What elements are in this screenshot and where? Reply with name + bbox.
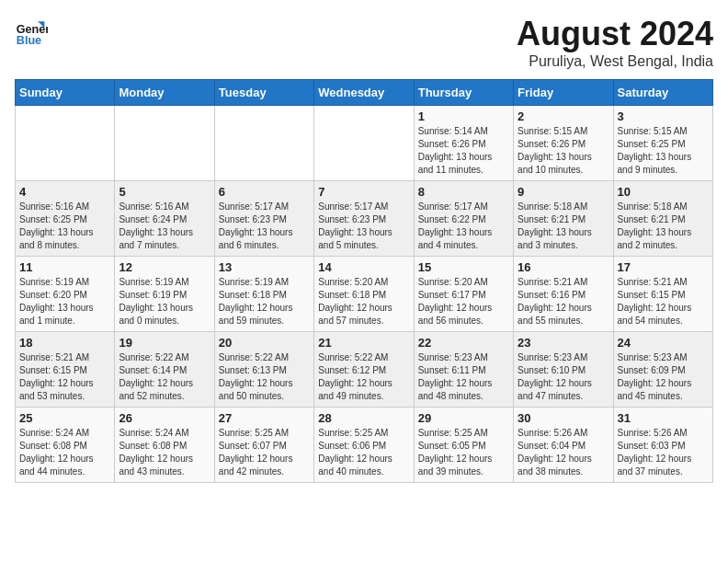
day-info: Sunrise: 5:18 AM Sunset: 6:21 PM Dayligh… [618, 201, 709, 252]
calendar-header-row: SundayMondayTuesdayWednesdayThursdayFrid… [16, 80, 713, 106]
day-number: 3 [618, 109, 709, 123]
calendar-cell: 29Sunrise: 5:25 AM Sunset: 6:05 PM Dayli… [414, 408, 513, 483]
day-info: Sunrise: 5:26 AM Sunset: 6:03 PM Dayligh… [618, 427, 709, 478]
day-info: Sunrise: 5:16 AM Sunset: 6:24 PM Dayligh… [119, 201, 210, 252]
day-info: Sunrise: 5:21 AM Sunset: 6:16 PM Dayligh… [518, 276, 609, 327]
day-number: 25 [19, 411, 110, 425]
day-number: 22 [418, 336, 509, 350]
day-number: 31 [618, 411, 709, 425]
day-number: 20 [219, 336, 310, 350]
day-number: 4 [19, 185, 110, 199]
calendar-cell [214, 106, 313, 181]
calendar-cell: 26Sunrise: 5:24 AM Sunset: 6:08 PM Dayli… [115, 408, 214, 483]
day-number: 16 [518, 260, 609, 274]
calendar-cell: 27Sunrise: 5:25 AM Sunset: 6:07 PM Dayli… [214, 408, 313, 483]
day-info: Sunrise: 5:21 AM Sunset: 6:15 PM Dayligh… [19, 351, 110, 403]
day-info: Sunrise: 5:18 AM Sunset: 6:21 PM Dayligh… [518, 201, 609, 252]
weekday-header-tuesday: Tuesday [214, 80, 313, 106]
calendar-cell: 3Sunrise: 5:15 AM Sunset: 6:25 PM Daylig… [613, 106, 712, 181]
day-number: 6 [219, 185, 310, 199]
calendar-week-row: 11Sunrise: 5:19 AM Sunset: 6:20 PM Dayli… [16, 257, 713, 332]
page-header: General Blue August 2024 Puruliya, West … [15, 15, 713, 70]
calendar-table: SundayMondayTuesdayWednesdayThursdayFrid… [15, 79, 713, 483]
day-number: 29 [418, 411, 509, 425]
calendar-cell: 11Sunrise: 5:19 AM Sunset: 6:20 PM Dayli… [16, 257, 115, 332]
day-number: 15 [418, 260, 509, 274]
day-number: 17 [618, 260, 709, 274]
logo: General Blue [15, 15, 48, 48]
day-number: 23 [518, 336, 609, 350]
day-info: Sunrise: 5:25 AM Sunset: 6:06 PM Dayligh… [318, 427, 409, 478]
calendar-cell: 6Sunrise: 5:17 AM Sunset: 6:23 PM Daylig… [214, 181, 313, 257]
day-info: Sunrise: 5:17 AM Sunset: 6:23 PM Dayligh… [219, 201, 310, 252]
weekday-header-friday: Friday [514, 80, 613, 106]
calendar-cell: 23Sunrise: 5:23 AM Sunset: 6:10 PM Dayli… [514, 332, 613, 408]
calendar-cell: 18Sunrise: 5:21 AM Sunset: 6:15 PM Dayli… [16, 332, 115, 408]
day-number: 27 [219, 411, 310, 425]
day-info: Sunrise: 5:25 AM Sunset: 6:07 PM Dayligh… [219, 427, 310, 478]
day-number: 24 [618, 336, 709, 350]
day-number: 13 [219, 260, 310, 274]
calendar-cell: 22Sunrise: 5:23 AM Sunset: 6:11 PM Dayli… [414, 332, 513, 408]
calendar-cell: 14Sunrise: 5:20 AM Sunset: 6:18 PM Dayli… [314, 257, 414, 332]
calendar-cell: 13Sunrise: 5:19 AM Sunset: 6:18 PM Dayli… [214, 257, 313, 332]
calendar-week-row: 18Sunrise: 5:21 AM Sunset: 6:15 PM Dayli… [16, 332, 713, 408]
calendar-cell: 15Sunrise: 5:20 AM Sunset: 6:17 PM Dayli… [414, 257, 513, 332]
day-info: Sunrise: 5:19 AM Sunset: 6:18 PM Dayligh… [219, 276, 310, 327]
day-number: 21 [318, 336, 409, 350]
day-info: Sunrise: 5:20 AM Sunset: 6:18 PM Dayligh… [318, 276, 409, 327]
day-info: Sunrise: 5:17 AM Sunset: 6:23 PM Dayligh… [318, 201, 409, 252]
day-number: 12 [119, 260, 210, 274]
calendar-cell: 31Sunrise: 5:26 AM Sunset: 6:03 PM Dayli… [613, 408, 712, 483]
calendar-cell: 28Sunrise: 5:25 AM Sunset: 6:06 PM Dayli… [314, 408, 414, 483]
day-info: Sunrise: 5:15 AM Sunset: 6:26 PM Dayligh… [518, 125, 609, 177]
calendar-week-row: 1Sunrise: 5:14 AM Sunset: 6:26 PM Daylig… [16, 106, 713, 181]
calendar-week-row: 25Sunrise: 5:24 AM Sunset: 6:08 PM Dayli… [16, 408, 713, 483]
calendar-cell: 2Sunrise: 5:15 AM Sunset: 6:26 PM Daylig… [514, 106, 613, 181]
calendar-cell: 25Sunrise: 5:24 AM Sunset: 6:08 PM Dayli… [16, 408, 115, 483]
calendar-cell: 30Sunrise: 5:26 AM Sunset: 6:04 PM Dayli… [514, 408, 613, 483]
title-block: August 2024 Puruliya, West Bengal, India [517, 15, 713, 70]
day-number: 8 [418, 185, 509, 199]
calendar-cell: 10Sunrise: 5:18 AM Sunset: 6:21 PM Dayli… [613, 181, 712, 257]
day-info: Sunrise: 5:21 AM Sunset: 6:15 PM Dayligh… [618, 276, 709, 327]
day-info: Sunrise: 5:23 AM Sunset: 6:09 PM Dayligh… [618, 351, 709, 403]
calendar-cell: 7Sunrise: 5:17 AM Sunset: 6:23 PM Daylig… [314, 181, 414, 257]
day-info: Sunrise: 5:24 AM Sunset: 6:08 PM Dayligh… [119, 427, 210, 478]
day-info: Sunrise: 5:14 AM Sunset: 6:26 PM Dayligh… [418, 125, 509, 177]
calendar-cell: 5Sunrise: 5:16 AM Sunset: 6:24 PM Daylig… [115, 181, 214, 257]
month-year: August 2024 [517, 15, 713, 53]
day-number: 10 [618, 185, 709, 199]
day-number: 5 [119, 185, 210, 199]
calendar-cell: 21Sunrise: 5:22 AM Sunset: 6:12 PM Dayli… [314, 332, 414, 408]
day-info: Sunrise: 5:25 AM Sunset: 6:05 PM Dayligh… [418, 427, 509, 478]
day-info: Sunrise: 5:17 AM Sunset: 6:22 PM Dayligh… [418, 201, 509, 252]
weekday-header-wednesday: Wednesday [314, 80, 414, 106]
calendar-cell: 19Sunrise: 5:22 AM Sunset: 6:14 PM Dayli… [115, 332, 214, 408]
day-info: Sunrise: 5:22 AM Sunset: 6:13 PM Dayligh… [219, 351, 310, 403]
calendar-cell [115, 106, 214, 181]
weekday-header-saturday: Saturday [613, 80, 712, 106]
day-info: Sunrise: 5:15 AM Sunset: 6:25 PM Dayligh… [618, 125, 709, 177]
day-info: Sunrise: 5:22 AM Sunset: 6:12 PM Dayligh… [318, 351, 409, 403]
calendar-cell: 4Sunrise: 5:16 AM Sunset: 6:25 PM Daylig… [16, 181, 115, 257]
calendar-cell: 8Sunrise: 5:17 AM Sunset: 6:22 PM Daylig… [414, 181, 513, 257]
calendar-cell: 20Sunrise: 5:22 AM Sunset: 6:13 PM Dayli… [214, 332, 313, 408]
weekday-header-thursday: Thursday [414, 80, 513, 106]
calendar-body: 1Sunrise: 5:14 AM Sunset: 6:26 PM Daylig… [16, 106, 713, 483]
day-info: Sunrise: 5:19 AM Sunset: 6:20 PM Dayligh… [19, 276, 110, 327]
day-info: Sunrise: 5:19 AM Sunset: 6:19 PM Dayligh… [119, 276, 210, 327]
calendar-cell: 24Sunrise: 5:23 AM Sunset: 6:09 PM Dayli… [613, 332, 712, 408]
day-number: 1 [418, 109, 509, 123]
day-number: 30 [518, 411, 609, 425]
calendar-cell: 1Sunrise: 5:14 AM Sunset: 6:26 PM Daylig… [414, 106, 513, 181]
calendar-cell: 9Sunrise: 5:18 AM Sunset: 6:21 PM Daylig… [514, 181, 613, 257]
weekday-header-sunday: Sunday [16, 80, 115, 106]
day-number: 26 [119, 411, 210, 425]
calendar-cell: 17Sunrise: 5:21 AM Sunset: 6:15 PM Dayli… [613, 257, 712, 332]
calendar-cell [16, 106, 115, 181]
day-info: Sunrise: 5:23 AM Sunset: 6:10 PM Dayligh… [518, 351, 609, 403]
weekday-header-monday: Monday [115, 80, 214, 106]
day-info: Sunrise: 5:16 AM Sunset: 6:25 PM Dayligh… [19, 201, 110, 252]
day-number: 9 [518, 185, 609, 199]
